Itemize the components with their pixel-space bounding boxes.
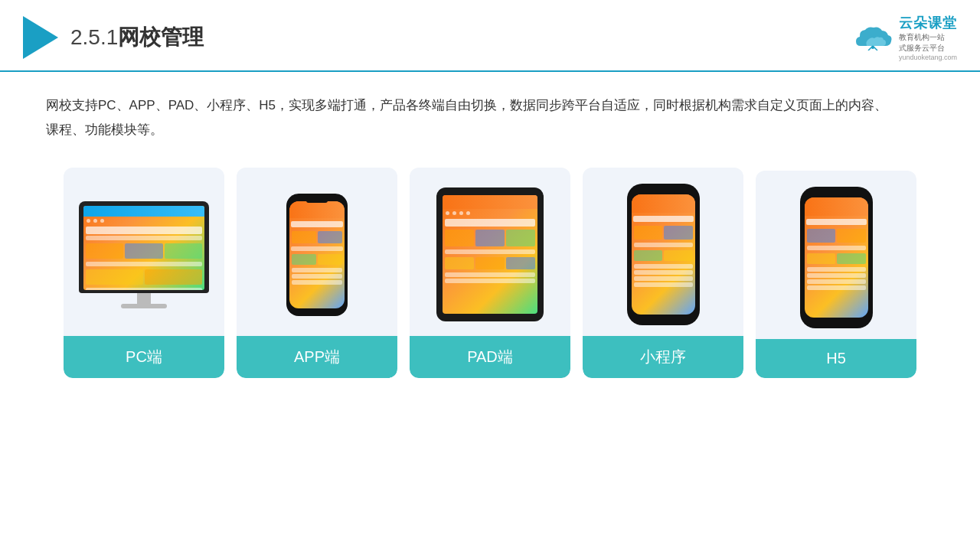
card-pc-image (64, 168, 224, 336)
mini-phone-notch (652, 189, 675, 194)
card-mini-image (583, 168, 743, 336)
h5-phone-notch (825, 192, 848, 197)
card-h5: H5 (756, 171, 916, 378)
logo-triangle-icon (23, 16, 58, 59)
mini-phone-screen (632, 194, 695, 315)
card-app-image (237, 168, 397, 336)
h5-phone-screen (805, 197, 868, 318)
main-content: 网校支持PC、APP、PAD、小程序、H5，实现多端打通，产品各终端自由切换，数… (0, 72, 980, 393)
card-pad-label: PAD端 (410, 336, 570, 378)
brand-text: 云朵课堂 教育机构一站式服务云平台 yunduoketang.com (899, 14, 957, 61)
description-text: 网校支持PC、APP、PAD、小程序、H5，实现多端打通，产品各终端自由切换，数… (46, 93, 888, 143)
page-title: 2.5.1网校管理 (70, 23, 204, 52)
mini-phone-outer (627, 184, 700, 325)
card-mini-label: 小程序 (583, 336, 743, 378)
card-pc: PC端 (64, 168, 224, 378)
cloud-icon (853, 24, 893, 51)
app-phone-device (286, 194, 348, 316)
h5-phone-outer (800, 187, 873, 328)
card-pad: PAD端 (410, 168, 570, 378)
card-h5-image (756, 171, 916, 339)
cards-row: PC端 (46, 168, 934, 378)
header-left: 2.5.1网校管理 (23, 16, 204, 59)
card-mini: 小程序 (583, 168, 743, 378)
app-phone-outer (286, 194, 348, 316)
h5-phone-device (800, 187, 873, 328)
card-h5-label: H5 (756, 339, 916, 378)
app-phone-screen (289, 201, 345, 308)
card-app: APP端 (237, 168, 397, 378)
tablet-device (436, 187, 544, 321)
phone-notch (306, 198, 328, 203)
brand-logo: 云朵课堂 教育机构一站式服务云平台 yunduoketang.com (853, 14, 957, 61)
tablet-screen (443, 195, 537, 314)
card-pc-label: PC端 (64, 336, 224, 378)
monitor-screen (83, 206, 204, 290)
monitor-screen-outer (79, 201, 209, 293)
mini-phone-device (627, 184, 700, 325)
monitor-device (79, 201, 209, 308)
page-header: 2.5.1网校管理 云朵课堂 教育机构一站式服务云平台 yunduoketang… (0, 0, 980, 72)
tablet-outer (436, 187, 544, 321)
card-app-label: APP端 (237, 336, 397, 378)
card-pad-image (410, 168, 570, 336)
